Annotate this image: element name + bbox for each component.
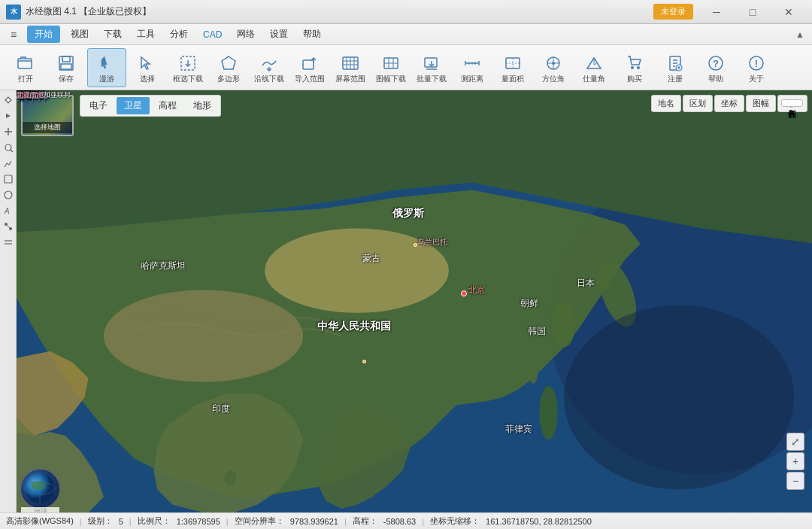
frame-download-icon — [177, 53, 198, 74]
status-scale: 1:36978595 — [177, 517, 220, 526]
menu-item-view[interactable]: 视图 — [63, 25, 96, 44]
status-resolution-label: 空间分辨率： — [235, 515, 284, 527]
map-tab-quhua[interactable]: 区划 — [683, 95, 713, 112]
tool-help-label: 帮助 — [708, 75, 723, 83]
tool-browse[interactable]: 漫游 — [87, 48, 126, 87]
status-level-label: 级别： — [88, 515, 113, 527]
menu-toggle-button[interactable]: ≡ — [3, 26, 24, 44]
register-icon — [665, 53, 686, 74]
tool-screen-range[interactable]: 屏幕范围 — [331, 48, 370, 87]
tool-open[interactable]: 打开 — [6, 48, 45, 87]
menu-item-cad[interactable]: CAD — [195, 26, 229, 43]
globe-widget[interactable]: 地球 — [20, 468, 61, 509]
save-icon — [56, 53, 77, 74]
tool-select[interactable]: 选择 — [128, 48, 167, 87]
svg-line-55 — [6, 224, 11, 229]
menu-start-button[interactable]: 开始 — [27, 26, 60, 43]
map-type-dianzi[interactable]: 电子 — [82, 97, 115, 114]
tool-polygon[interactable]: 多边形 — [209, 48, 248, 87]
map-tab-diming[interactable]: 地名 — [651, 95, 681, 112]
menu-item-network[interactable]: 网络 — [229, 25, 262, 44]
tool-screen-range-label: 屏幕范围 — [335, 75, 365, 83]
menu-item-analysis[interactable]: 分析 — [162, 25, 195, 44]
svg-rect-2 — [62, 56, 70, 62]
svg-point-60 — [104, 290, 303, 382]
map-area[interactable]: 选择地图 电子 卫星 高程 地形 地名 区划 坐标 图幅 瓦片 任务列表 俄罗斯… — [17, 90, 812, 512]
tool-frame-download-label: 框选下载 — [173, 75, 203, 83]
tool-select-label: 选择 — [140, 75, 155, 83]
svg-point-48 — [5, 144, 11, 150]
help-icon: ? — [705, 53, 726, 74]
tool-import-range-label: 导入范围 — [295, 75, 325, 83]
tool-help[interactable]: ? 帮助 — [696, 48, 735, 87]
svg-text:!: ! — [755, 58, 758, 69]
status-level: 5 — [119, 517, 123, 526]
svg-marker-6 — [222, 56, 235, 69]
sidebar-tool-8[interactable]: A — [2, 204, 15, 217]
sidebar-tool-6[interactable] — [2, 172, 15, 186]
sidebar-tool-4[interactable] — [2, 141, 15, 154]
map-tab-tufu[interactable]: 图幅 — [746, 95, 776, 112]
svg-text:?: ? — [713, 58, 719, 69]
sidebar-tool-2[interactable] — [2, 109, 15, 123]
toolbar: 打开 保存 漫游 选择 框选下载 多边形 沿线下载 — [0, 45, 812, 90]
tool-purchase[interactable]: 购买 — [615, 48, 654, 87]
tool-batch-download[interactable]: 批量下载 — [412, 48, 451, 87]
tool-register[interactable]: 注册 — [656, 48, 695, 87]
tool-slope[interactable]: 仕量角 — [574, 48, 614, 87]
task-list-panel[interactable]: 任务列表 — [781, 99, 803, 107]
sidebar-tool-1[interactable] — [2, 93, 15, 107]
maximize-button[interactable]: □ — [735, 2, 770, 23]
map-type-weixing[interactable]: 卫星 — [117, 97, 150, 114]
map-type-dixing[interactable]: 地形 — [186, 97, 219, 114]
minimize-button[interactable]: ─ — [699, 2, 734, 23]
globe-label: 地球 — [21, 507, 59, 512]
tool-line-download[interactable]: 沿线下载 — [250, 48, 289, 87]
statusbar: 高清影像(WGS84) | 级别： 5 | 比例尺： 1:36978595 | … — [0, 512, 812, 529]
batch-download-icon — [421, 53, 442, 74]
menu-item-download[interactable]: 下载 — [96, 25, 129, 44]
sidebar-tool-7[interactable] — [2, 188, 15, 202]
svg-point-37 — [637, 66, 640, 69]
sidebar-tool-3[interactable] — [2, 125, 15, 138]
menu-item-help[interactable]: 帮助 — [295, 25, 329, 44]
tool-measure-area[interactable]: 量面积 — [493, 48, 532, 87]
polygon-icon — [218, 53, 239, 74]
window-controls: ─ □ ✕ — [699, 2, 806, 23]
tool-save[interactable]: 保存 — [47, 48, 86, 87]
map-controls: ⤢ + − — [786, 433, 804, 490]
svg-rect-50 — [5, 175, 12, 183]
tool-about[interactable]: ! 关于 — [737, 48, 776, 87]
tool-about-label: 关于 — [749, 75, 764, 83]
status-elevation: -5808.63 — [383, 517, 416, 526]
close-button[interactable]: ✕ — [771, 2, 806, 23]
tool-frame-width[interactable]: 图幅下载 — [371, 48, 411, 87]
status-coords: 161.36718750, 28.82812500 — [486, 517, 592, 526]
tool-import-range[interactable]: 导入范围 — [290, 48, 329, 87]
menubar: ≡ 开始 视图 下载 工具 分析 CAD 网络 设置 帮助 ▲ — [0, 24, 812, 45]
svg-point-35 — [552, 62, 555, 65]
map-type-gaocheng[interactable]: 高程 — [151, 97, 184, 114]
tool-batch-download-label: 批量下载 — [417, 75, 447, 83]
svg-point-65 — [224, 470, 236, 485]
tool-measure-distance[interactable]: 测距离 — [453, 48, 492, 87]
map-zoom-out-btn[interactable]: − — [786, 472, 804, 490]
tool-frame-download[interactable]: 框选下载 — [168, 48, 208, 87]
sidebar-tool-5[interactable] — [2, 157, 15, 170]
sidebar-tool-9[interactable] — [2, 220, 15, 233]
sidebar-tool-10[interactable] — [2, 236, 15, 249]
map-zoom-in-btn[interactable]: + — [786, 452, 804, 470]
app-icon: 水 — [6, 5, 21, 20]
menu-item-tools[interactable]: 工具 — [129, 25, 162, 44]
menu-item-settings[interactable]: 设置 — [262, 25, 295, 44]
collapse-button[interactable]: ▲ — [791, 26, 809, 44]
map-type-panel: 电子 卫星 高程 地形 — [80, 95, 221, 117]
map-expand-btn[interactable]: ⤢ — [786, 433, 804, 451]
tool-register-label: 注册 — [668, 75, 683, 83]
browse-icon — [96, 53, 117, 74]
purchase-icon — [624, 53, 645, 74]
tool-bearing[interactable]: 方位角 — [534, 48, 573, 87]
map-tab-zuobiao[interactable]: 坐标 — [714, 95, 744, 112]
not-login-button[interactable]: 未登录 — [653, 4, 693, 20]
select-icon — [137, 53, 158, 74]
